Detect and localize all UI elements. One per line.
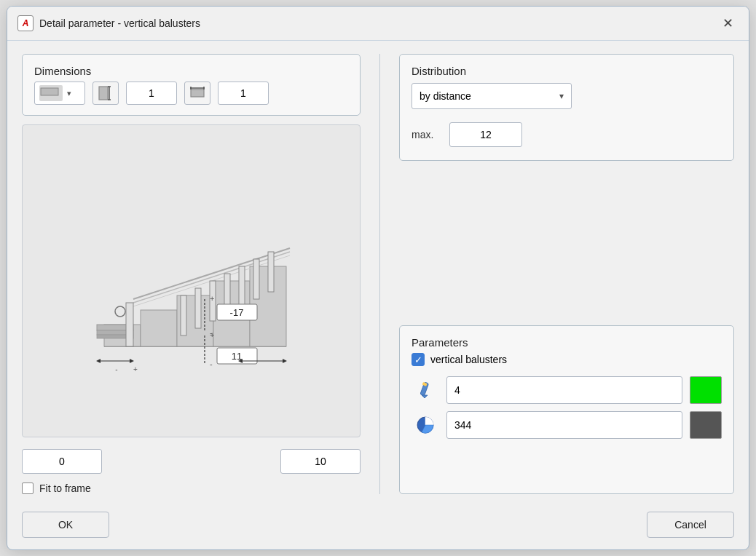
- vertical-balusters-checkbox-row: ✓ vertical balusters: [412, 353, 722, 366]
- dialog-body: Dimensions ▾: [7, 41, 749, 504]
- max-row: max.: [412, 122, 722, 147]
- offset-input-right[interactable]: [280, 449, 361, 474]
- svg-rect-13: [141, 310, 177, 346]
- dimensions-label: Dimensions: [34, 65, 348, 77]
- svg-text:+: +: [210, 330, 214, 339]
- svg-rect-5: [191, 90, 204, 97]
- svg-point-31: [115, 306, 125, 317]
- param-color-2[interactable]: [690, 411, 722, 439]
- fit-to-frame-row: Fit to frame: [22, 482, 361, 494]
- footer-right: Cancel: [647, 512, 734, 538]
- right-panel: Distribution by distance ▾ max. Paramete…: [399, 54, 734, 494]
- svg-text:-17: -17: [229, 307, 243, 318]
- checkbox-checkmark-icon: ✓: [414, 355, 422, 365]
- dialog-title: Detail parameter - vertical balusters: [39, 17, 711, 29]
- distribution-dropdown[interactable]: by distance ▾: [412, 83, 572, 109]
- dimension-input-2[interactable]: [218, 82, 269, 105]
- footer-left: OK: [22, 512, 109, 538]
- max-input[interactable]: [449, 122, 522, 147]
- svg-rect-28: [253, 259, 259, 299]
- title-bar: A Detail parameter - vertical balusters …: [7, 7, 749, 41]
- pie-chart-icon: [412, 411, 439, 439]
- param-input-1[interactable]: [446, 376, 682, 404]
- fit-to-frame-label: Fit to frame: [39, 482, 91, 494]
- dimension-type-dropdown[interactable]: ▾: [34, 82, 85, 105]
- svg-marker-44: [130, 359, 134, 363]
- dialog-window: A Detail parameter - vertical balusters …: [7, 6, 749, 550]
- close-button[interactable]: ✕: [717, 12, 739, 34]
- dim-dropdown-arrow-icon: ▾: [67, 89, 71, 98]
- width-icon: [184, 82, 210, 105]
- svg-marker-43: [96, 359, 101, 363]
- cancel-button[interactable]: Cancel: [647, 512, 734, 538]
- vertical-balusters-label: vertical balusters: [430, 354, 507, 365]
- svg-marker-49: [283, 359, 287, 363]
- dimension-input-1[interactable]: [126, 82, 177, 105]
- svg-rect-23: [181, 295, 186, 335]
- title-bar-app-icon: A: [17, 15, 34, 31]
- svg-rect-30: [126, 303, 133, 346]
- svg-text:+: +: [210, 294, 214, 303]
- svg-rect-0: [41, 88, 58, 95]
- param-row-1: [412, 376, 722, 404]
- preview-area: -17 + - 11 + -: [22, 124, 361, 437]
- param-input-2[interactable]: [446, 411, 682, 439]
- svg-rect-24: [195, 288, 201, 328]
- height-icon: [92, 82, 119, 105]
- svg-rect-29: [268, 252, 274, 292]
- param-row-2: [412, 411, 722, 439]
- param-color-1[interactable]: [690, 376, 722, 404]
- left-panel: Dimensions ▾: [22, 54, 361, 494]
- pencil-icon: [412, 376, 439, 404]
- max-label: max.: [412, 129, 438, 140]
- parameters-label: Parameters: [412, 336, 722, 349]
- fit-to-frame-checkbox[interactable]: [22, 482, 34, 494]
- svg-text:-: -: [115, 365, 117, 373]
- vertical-balusters-checkbox[interactable]: ✓: [412, 353, 425, 366]
- preview-drawing: -17 + - 11 + -: [75, 186, 308, 376]
- offset-input-left[interactable]: [22, 449, 102, 474]
- vertical-divider: [379, 54, 380, 494]
- distribution-label: Distribution: [412, 65, 722, 77]
- svg-rect-27: [239, 266, 245, 306]
- svg-text:-: -: [210, 360, 213, 368]
- bottom-inputs-row: [22, 449, 361, 474]
- distribution-dropdown-arrow-icon: ▾: [559, 91, 564, 101]
- parameters-section: Parameters ✓ vertical balusters: [399, 325, 734, 494]
- svg-text:+: +: [133, 365, 138, 373]
- dim-dropdown-icon: [39, 85, 63, 101]
- distribution-dropdown-value: by distance: [420, 90, 471, 102]
- distribution-section: Distribution by distance ▾ max.: [399, 54, 734, 161]
- ok-button[interactable]: OK: [22, 512, 109, 538]
- dialog-footer: OK Cancel: [7, 504, 749, 549]
- svg-rect-1: [99, 87, 108, 100]
- dimensions-section: Dimensions ▾: [22, 54, 361, 116]
- dimensions-row: ▾: [34, 82, 348, 105]
- svg-marker-51: [422, 395, 428, 398]
